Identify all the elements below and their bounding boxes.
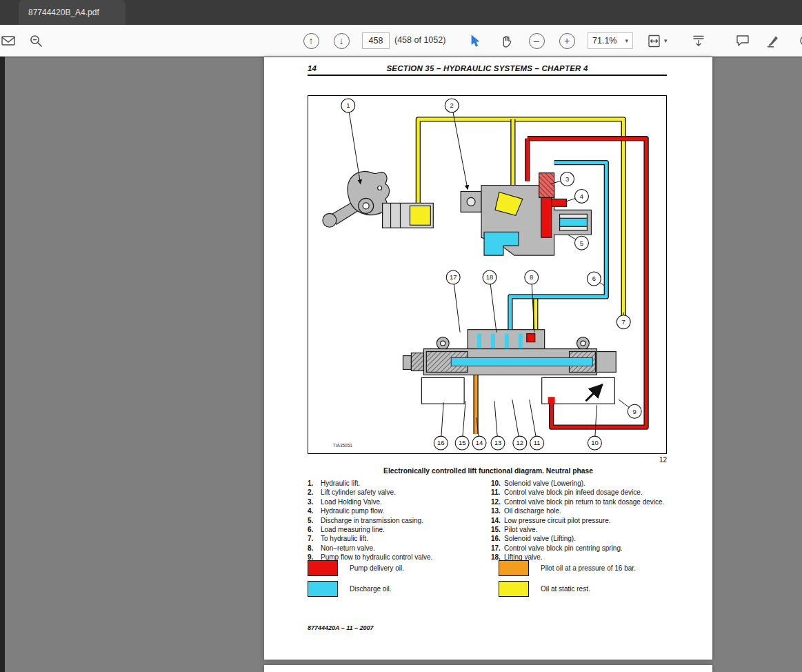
legend-item-text: Load Holding Valve.	[321, 498, 382, 506]
legend-item-number: 11.	[491, 488, 504, 497]
pdf-viewport[interactable]: 14 SECTION 35 – HYDRAULIC SYSTEMS – CHAP…	[5, 57, 802, 672]
legend-item-text: Load measuring line.	[321, 526, 385, 533]
callout-10: 10	[588, 436, 601, 450]
legend-item: 10.Solenoid valve (Lowering).	[491, 479, 677, 488]
header-rule	[308, 75, 667, 76]
email-icon[interactable]	[0, 31, 18, 50]
sidebar-edge	[0, 57, 5, 672]
minus-icon: –	[534, 36, 539, 46]
draw-tool-icon[interactable]	[794, 31, 802, 50]
svg-text:5: 5	[580, 239, 583, 247]
svg-text:3: 3	[565, 175, 569, 183]
oil-color-label: Discharge oil.	[350, 585, 392, 593]
legend-item-number: 7.	[308, 534, 321, 543]
zoom-level-select[interactable]: 71.1% ▾	[588, 32, 633, 49]
document-tab[interactable]: 87744420B_A4.pdf	[19, 0, 126, 25]
legend-item-number: 15.	[491, 525, 504, 534]
svg-text:17: 17	[450, 273, 457, 281]
control-valve-assembly	[403, 330, 616, 404]
legend-item-number: 3.	[308, 497, 321, 506]
oil-color-swatch	[499, 560, 529, 576]
section-header: SECTION 35 – HYDRAULIC SYSTEMS – CHAPTER…	[308, 64, 667, 72]
legend-item-number: 12.	[491, 497, 504, 506]
legend-items-1-9: 1.Hydraulic lift. 2.Lift cylinder safety…	[308, 479, 487, 562]
figure-code: TIA35051	[333, 443, 352, 448]
document-tab-title: 87744420B_A4.pdf	[28, 8, 99, 17]
svg-text:11: 11	[534, 439, 541, 446]
oil-color-label: Oil at static rest.	[541, 585, 590, 593]
legend-item-text: Solenoid valve (Lowering).	[504, 480, 585, 487]
callout-4: 4	[575, 189, 589, 203]
callout-14: 14	[472, 436, 486, 450]
previous-page-button[interactable]: ↑	[301, 31, 321, 50]
figure-caption: Electronically controlled lift functiona…	[292, 467, 685, 475]
legend-item: 1.Hydraulic lift.	[308, 479, 487, 488]
svg-text:13: 13	[494, 439, 502, 446]
page-number-input[interactable]	[362, 32, 390, 49]
legend-item-number: 8.	[308, 544, 321, 553]
oil-color-legend-right: Pilot oil at a pressure of 16 bar. Oil a…	[499, 560, 636, 602]
legend-item: 7.To hydraulic lift.	[308, 534, 487, 543]
svg-text:18: 18	[486, 273, 494, 281]
page-down-icon: ↓	[339, 36, 344, 46]
legend-item: 2.Lift cylinder safety valve.	[308, 488, 487, 497]
svg-text:7: 7	[622, 318, 625, 326]
document-footer: 87744420A – 11 – 2007	[308, 624, 374, 631]
legend-item-number: 5.	[308, 516, 321, 525]
legend-item: 4.Hydraulic pump flow.	[308, 506, 487, 515]
svg-text:16: 16	[437, 439, 445, 446]
search-icon[interactable]	[26, 31, 46, 50]
callout-18: 18	[483, 270, 497, 284]
legend-item-text: To hydraulic lift.	[321, 535, 368, 542]
legend-item-number: 2.	[308, 488, 321, 497]
svg-text:6: 6	[592, 275, 596, 282]
svg-text:2: 2	[450, 101, 454, 109]
legend-item-text: Low pressure circuit pilot pressure.	[504, 517, 611, 524]
select-tool-icon[interactable]	[465, 31, 485, 50]
fit-width-button[interactable]	[645, 31, 665, 50]
legend-item-text: Control valve block pin centring spring.	[504, 544, 623, 552]
legend-item-text: Solenoid valve (Lifting).	[504, 535, 576, 542]
callout-12: 12	[513, 436, 527, 450]
callout-6: 6	[587, 272, 601, 286]
svg-text:4: 4	[580, 192, 583, 200]
callout-11: 11	[530, 436, 544, 450]
legend-items-10-18: 10.Solenoid valve (Lowering). 11.Control…	[491, 479, 677, 562]
legend-item: 14.Low pressure circuit pilot pressure.	[491, 516, 677, 525]
oil-legend-row: Pilot oil at a pressure of 16 bar.	[499, 560, 636, 581]
chevron-down-icon: ▾	[625, 37, 628, 44]
fit-options-chevron-icon[interactable]: ▾	[664, 37, 668, 44]
legend-item-text: Non–return valve.	[321, 544, 375, 552]
callout-7: 7	[616, 315, 630, 329]
callout-3: 3	[561, 172, 574, 186]
legend-item-text: Hydraulic lift.	[321, 480, 360, 487]
legend-item: 5.Discharge in transmission casing.	[308, 516, 487, 525]
comment-tool-icon[interactable]	[733, 31, 752, 50]
oil-legend-row: Pump delivery oil.	[308, 560, 404, 581]
highlight-tool-icon[interactable]	[763, 31, 783, 50]
legend-item-number: 10.	[491, 479, 504, 488]
legend-item: 13.Oil discharge hole.	[491, 506, 677, 515]
legend-item-number: 13.	[491, 506, 504, 515]
next-page-button[interactable]: ↓	[332, 31, 351, 50]
oil-color-label: Pump delivery oil.	[350, 564, 404, 572]
callout-16: 16	[434, 436, 448, 450]
callout-2: 2	[445, 99, 459, 112]
zoom-in-button[interactable]: +	[557, 31, 577, 50]
legend-item: 6.Load measuring line.	[308, 525, 487, 534]
hand-tool-icon[interactable]	[497, 31, 516, 50]
legend-item-number: 16.	[491, 534, 504, 543]
zoom-out-button[interactable]: –	[527, 31, 546, 50]
figure-number: 12	[308, 456, 667, 464]
svg-text:10: 10	[591, 439, 599, 446]
scroll-mode-button[interactable]	[689, 31, 708, 50]
figure-frame: TIA35051 123456789101112131415161718	[308, 95, 667, 454]
zoom-level-value: 71.1%	[592, 36, 616, 46]
oil-legend-row: Oil at static rest.	[499, 581, 636, 602]
callout-8: 8	[525, 270, 539, 284]
callout-15: 15	[455, 436, 469, 450]
plus-icon: +	[564, 36, 570, 46]
oil-color-swatch	[499, 581, 529, 597]
oil-color-swatch	[308, 581, 338, 597]
legend-item-text: Hydraulic pump flow.	[321, 507, 384, 515]
